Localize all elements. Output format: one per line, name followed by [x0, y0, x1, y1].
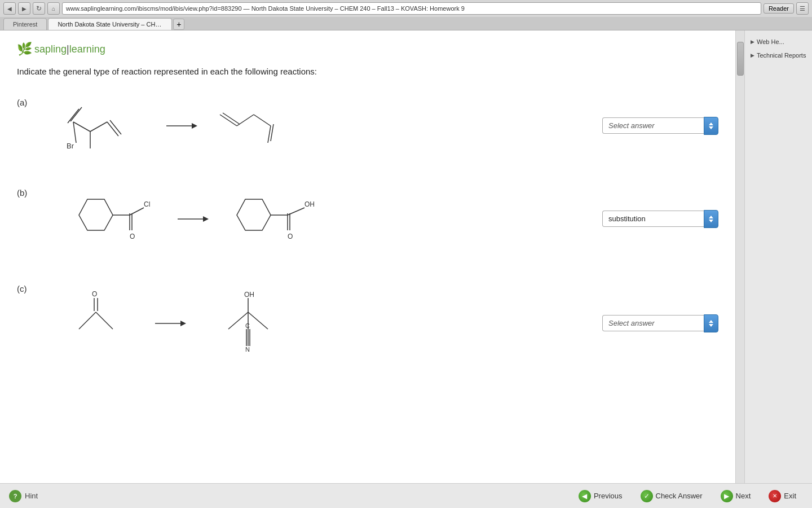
tab-sapling[interactable]: North Dakota State University – CHEM 240… — [48, 18, 172, 30]
svg-marker-17 — [79, 199, 113, 230]
reaction-label-b: (b) — [17, 182, 34, 198]
answer-wrapper-a: Select answer addition elimination subst… — [602, 117, 718, 135]
arrow-down-icon — [709, 220, 713, 222]
arrow-down-icon — [709, 126, 713, 129]
reaction-molecule-a-right — [203, 92, 293, 160]
answer-select-button-b[interactable] — [704, 210, 718, 228]
reaction-row-b: (b) Cl O — [17, 182, 718, 256]
arrow-up-icon — [709, 320, 713, 323]
svg-marker-26 — [237, 199, 271, 230]
answer-wrapper-b: Select answer addition elimination subst… — [602, 210, 718, 228]
reaction-label-a: (a) — [17, 92, 34, 107]
svg-line-0 — [68, 109, 79, 123]
svg-line-16 — [271, 124, 273, 141]
hint-button[interactable]: ? Hint — [9, 490, 38, 502]
reaction-diagram-b: Cl O — [45, 182, 591, 256]
home-button[interactable]: ⌂ — [47, 2, 60, 15]
reaction-arrow-a — [164, 117, 197, 134]
svg-text:N: N — [245, 346, 250, 353]
question-text: Indicate the general type of reaction re… — [17, 65, 718, 78]
svg-line-13 — [237, 115, 254, 126]
browser-tabs: Pinterest North Dakota State University … — [0, 17, 812, 30]
reaction-diagram-c: O OH — [45, 278, 591, 369]
reaction-molecule-c-right: OH C N — [192, 278, 304, 369]
arrow-up-icon — [709, 216, 713, 218]
svg-marker-10 — [192, 123, 197, 129]
check-icon: ✓ — [641, 490, 653, 502]
svg-text:O: O — [288, 233, 293, 240]
address-bar[interactable] — [62, 2, 761, 15]
right-sidebar: ▶ Web He... ▶ Technical Reports — [744, 30, 812, 483]
svg-text:OH: OH — [244, 291, 254, 299]
svg-line-1 — [70, 107, 82, 121]
logo-text: sapling|learning — [34, 43, 105, 55]
svg-line-21 — [130, 208, 144, 215]
tab-pinterest[interactable]: Pinterest — [3, 18, 47, 30]
refresh-button[interactable]: ↻ — [33, 2, 45, 15]
svg-text:O: O — [130, 233, 135, 240]
main-content: 🌿 sapling|learning Indicate the general … — [0, 30, 735, 483]
logo: 🌿 sapling|learning — [17, 42, 718, 56]
bottom-bar: ? Hint ◀ Previous ✓ Check Answer ▶ Next … — [0, 483, 812, 508]
svg-line-33 — [79, 312, 96, 329]
answer-select-button-a[interactable] — [704, 117, 718, 135]
answer-select-c[interactable]: Select answer addition elimination subst… — [602, 315, 704, 331]
svg-line-34 — [96, 312, 113, 329]
svg-text:C: C — [245, 322, 250, 329]
check-answer-button[interactable]: ✓ Check Answer — [634, 487, 709, 505]
exit-icon: ✕ — [769, 490, 781, 502]
reader-button[interactable]: Reader — [764, 3, 794, 14]
answer-select-button-c[interactable] — [704, 314, 718, 332]
menu-button[interactable]: ☰ — [796, 2, 809, 15]
reaction-arrow-c — [152, 315, 186, 332]
previous-icon: ◀ — [579, 490, 591, 502]
back-button[interactable]: ◀ — [3, 2, 16, 15]
answer-wrapper-c: Select answer addition elimination subst… — [602, 314, 718, 332]
new-tab-button[interactable]: + — [173, 19, 184, 30]
svg-marker-39 — [180, 321, 186, 326]
hint-icon: ? — [9, 490, 21, 502]
next-button[interactable]: ▶ Next — [714, 487, 758, 505]
reaction-molecule-b-right: OH O — [214, 182, 338, 256]
svg-line-43 — [248, 312, 268, 329]
reaction-row-a: (a) Br — [17, 92, 718, 160]
reaction-arrow-b — [175, 211, 209, 227]
exit-button[interactable]: ✕ Exit — [762, 487, 803, 505]
arrow-down-icon — [709, 324, 713, 327]
svg-text:O: O — [92, 290, 97, 298]
arrow-up-icon — [709, 122, 713, 125]
browser-chrome: ◀ ▶ ↻ ⌂ Reader ☰ Pinterest North Dakota … — [0, 0, 812, 30]
svg-line-14 — [254, 115, 271, 126]
answer-select-a[interactable]: Select answer addition elimination subst… — [602, 117, 704, 134]
browser-toolbar: ◀ ▶ ↻ ⌂ Reader ☰ — [0, 0, 812, 17]
arrow-icon: ▶ — [751, 52, 754, 58]
svg-marker-25 — [203, 216, 209, 222]
main-layout: 🌿 sapling|learning Indicate the general … — [0, 30, 812, 483]
hint-label: Hint — [25, 492, 38, 500]
forward-button[interactable]: ▶ — [18, 2, 30, 15]
scrollbar-thumb[interactable] — [737, 42, 744, 76]
svg-text:Cl: Cl — [144, 200, 150, 208]
reaction-row-c: (c) O — [17, 278, 718, 369]
svg-line-7 — [73, 122, 76, 143]
arrow-icon: ▶ — [751, 39, 754, 45]
sidebar-item-reports[interactable]: ▶ Technical Reports — [745, 49, 812, 62]
svg-line-3 — [90, 122, 107, 132]
sidebar-item-webhelp[interactable]: ▶ Web He... — [745, 35, 812, 49]
reaction-molecule-c-left: O — [45, 284, 147, 363]
answer-select-b[interactable]: Select answer addition elimination subst… — [602, 211, 704, 227]
reaction-molecule-b-left: Cl O — [45, 182, 169, 256]
reaction-molecule-a-left: Br — [45, 92, 158, 160]
content-wrapper: 🌿 sapling|learning Indicate the general … — [0, 30, 812, 483]
svg-text:OH: OH — [304, 200, 315, 208]
svg-text:Br: Br — [67, 142, 74, 150]
scrollbar[interactable] — [735, 30, 744, 483]
svg-line-15 — [268, 126, 271, 143]
reaction-label-c: (c) — [17, 278, 34, 294]
svg-line-30 — [288, 208, 304, 215]
next-icon: ▶ — [721, 490, 733, 502]
svg-line-2 — [73, 122, 90, 132]
reaction-diagram-a: Br — [45, 92, 591, 160]
previous-button[interactable]: ◀ Previous — [572, 487, 629, 505]
logo-leaf-icon: 🌿 — [17, 42, 32, 56]
